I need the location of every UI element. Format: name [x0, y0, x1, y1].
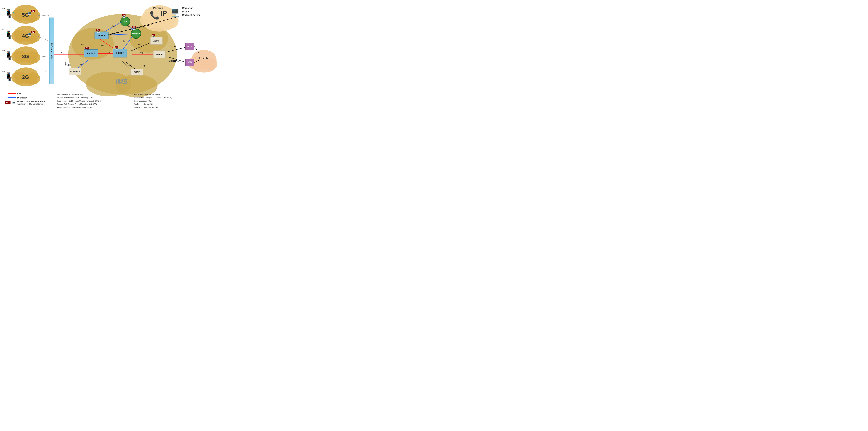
- gl-badge-4g: GL: [31, 31, 35, 33]
- mw-label-1: Mw: [81, 44, 84, 46]
- mw-label-3: Mw: [108, 52, 111, 54]
- dx-label-2: Dx: [127, 25, 130, 27]
- gl-badge-scscf: GL: [115, 46, 118, 48]
- bottom-legend-left: - IP Multimedia Subsystem (IMS) - Proxy-…: [56, 93, 101, 108]
- svg-line-35: [38, 68, 49, 78]
- svg-line-29: [12, 14, 14, 16]
- ue-label-4g: UE: [2, 29, 5, 31]
- gen-2g-label: 2G: [22, 74, 29, 80]
- mgcf-node: MGCF: [153, 51, 166, 58]
- gl-badge-icscf: GL: [96, 29, 100, 31]
- p-cscf-node: P-CSCF: [84, 50, 98, 57]
- bottom-legend-right: - Home Subscriber Server (HSS) - Unified…: [133, 93, 172, 108]
- svg-line-51: [194, 60, 199, 63]
- as-af-node: AS/AF: [150, 37, 163, 45]
- gl-badge-slf: GL: [122, 14, 125, 16]
- svg-line-34: [38, 56, 49, 57]
- svg-line-41: [103, 22, 122, 32]
- maps-section: GL 💻 MAPS™ SIP IMS Emulator (Emulation o…: [5, 100, 45, 105]
- sgi-label: SGi: [61, 52, 64, 54]
- svg-point-28: [192, 61, 215, 73]
- sgw-node: SGW: [185, 59, 194, 66]
- proxy-label: Proxy: [182, 10, 189, 13]
- registrar-label: Registrar: [182, 7, 193, 9]
- mj-label: Mj: [143, 64, 145, 66]
- cx-label: Cx: [123, 40, 125, 42]
- svg-line-48: [168, 47, 186, 52]
- mgw-node: MGW: [185, 43, 194, 50]
- gen-3g-label: 3G: [22, 53, 29, 59]
- svg-line-50: [194, 47, 199, 53]
- svg-line-30: [12, 12, 15, 14]
- sigtran-label: SIGTRAN: [169, 60, 179, 62]
- svg-line-33: [38, 36, 49, 41]
- svg-line-42: [123, 37, 132, 50]
- ims-label: IMS: [116, 78, 127, 86]
- diameter-label: Diameter: [17, 96, 27, 99]
- maps-title: MAPS™ SIP IMS Emulator: [17, 100, 45, 103]
- gx-label: Gx,N7, N15: [65, 62, 71, 66]
- ue-label-5g: UE: [2, 7, 5, 9]
- bgcf-node: BGCF: [130, 69, 143, 76]
- hss-udm-node: HSS/ UDM: [131, 29, 141, 39]
- gl-badge-5g: GL: [31, 10, 35, 12]
- pstn-label: PSTN: [199, 56, 209, 60]
- diameter-legend: Diameter: [8, 96, 27, 99]
- ue-label-3g: UE: [2, 50, 5, 52]
- i-cscf-node: I-CSCF: [95, 32, 108, 39]
- ip-label: IP: [161, 10, 167, 17]
- mi-label: Mi: [128, 64, 130, 66]
- gl-badge-pcscf: GL: [85, 47, 89, 49]
- ue-label-2g: UE: [2, 70, 5, 73]
- svg-line-31: [12, 15, 14, 17]
- ip-connectivity-label: IP Connectivity: [51, 42, 53, 59]
- gl-badge-hss: GL: [132, 26, 136, 28]
- svg-line-53: [108, 17, 179, 35]
- s-cscf-node: S-CSCF: [113, 49, 127, 57]
- sip-legend: SIP: [8, 92, 21, 95]
- slf-node: SLF: [120, 17, 130, 26]
- ip-phones-label: IP Phones: [150, 7, 163, 10]
- isc-label: ISC: [138, 44, 142, 46]
- sip-label: SIP: [17, 92, 21, 95]
- svg-line-39: [106, 34, 128, 35]
- mg-label: Mg: [140, 52, 143, 54]
- dx-label-1: Dx: [112, 25, 115, 27]
- h248-label: H.248: [170, 45, 176, 47]
- rx-label: Rx: [80, 63, 82, 65]
- mw-label-2: Mw: [101, 44, 104, 46]
- maps-subtitle: (Emulation of IMS Core Network): [17, 103, 45, 105]
- ip-connectivity-bar: IP Connectivity: [49, 18, 54, 84]
- redirect-server-label: Redirect Server: [182, 14, 200, 17]
- diagram-container: UE 📱 📱 5G GL 💻 UE 📱 📱 4G GL 💻 UE 📱 📱 3G …: [0, 0, 217, 108]
- gl-badge-asaf: GL: [152, 34, 155, 36]
- pcrf-pcf-node: PCRF/ PCF: [69, 68, 81, 75]
